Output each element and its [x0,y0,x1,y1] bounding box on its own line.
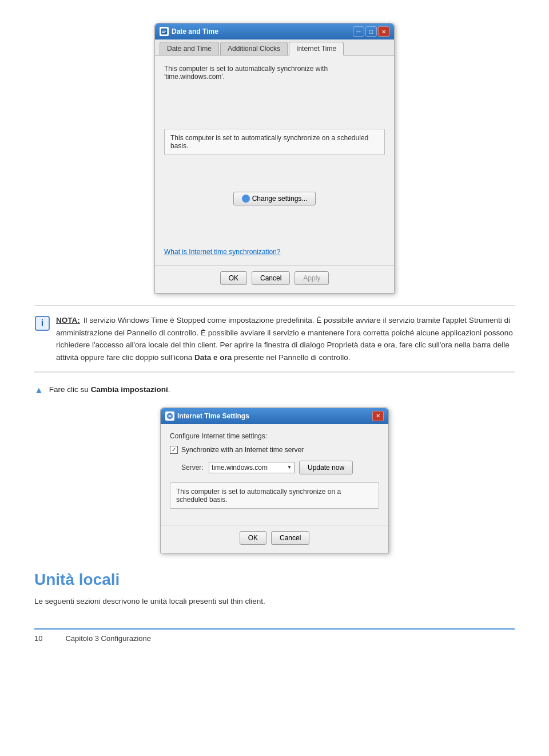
section-heading: Unità locali [34,571,515,591]
titlebar-controls: ─ □ ✕ [353,26,389,37]
sync-checkbox[interactable]: ✓ [170,446,178,454]
footer-page-number: 10 [34,634,42,643]
sync-checkbox-row: ✓ Synchronize with an Internet time serv… [170,446,379,454]
footer-chapter: Capitolo 3 Configurazione [65,634,151,643]
dialog-footer: OK Cancel Apply [155,265,394,293]
inet-titlebar-controls: ✕ [372,411,384,421]
svg-rect-3 [162,32,165,33]
svg-rect-1 [162,30,166,30]
dialog-icon [160,27,169,36]
inet-info-box: This computer is set to automatically sy… [170,482,379,509]
minimize-btn[interactable]: ─ [353,26,364,37]
step-section: ▲ Fare clic su Cambia impostazioni. [34,384,515,395]
change-settings-button[interactable]: Change settings... [233,192,316,205]
inet-dialog-icon [165,411,174,421]
inet-dialog-titlebar: Internet Time Settings ✕ [161,408,388,424]
page-footer: 10 Capitolo 3 Configurazione [34,628,515,643]
inet-ok-button[interactable]: OK [240,531,266,545]
apply-button[interactable]: Apply [295,271,329,285]
inet-dialog-title: Internet Time Settings [177,412,249,420]
section-description: Le seguenti sezioni descrivono le unità … [34,597,515,605]
sync-text2: This computer is set to automatically sy… [164,129,385,155]
maximize-btn[interactable]: □ [365,26,377,37]
ok-button[interactable]: OK [220,271,247,285]
sync-checkbox-label: Synchronize with an Internet time server [181,446,304,454]
inet-dialog-footer: OK Cancel [161,525,388,553]
configure-label: Configure Internet time settings: [170,432,379,440]
server-row: Server: time.windows.com ▼ Update now [181,461,379,474]
inet-close-btn[interactable]: ✕ [372,411,384,421]
dialog-tabs: Date and Time Additional Clocks Internet… [155,39,394,56]
server-label: Server: [181,464,204,472]
step-text: Fare clic su Cambia impostazioni. [49,384,170,395]
inet-sync-link[interactable]: What is Internet time synchronization? [164,248,280,256]
inet-cancel-button[interactable]: Cancel [271,531,309,545]
step-icon: ▲ [34,385,43,395]
svg-rect-2 [162,31,166,31]
note-label: NOTA: [56,316,80,324]
dialog-title: Date and Time [172,27,218,35]
note-section: i NOTA:Il servizio Windows Time è Stoppe… [34,305,515,373]
settings-icon [242,195,250,203]
note-content: NOTA:Il servizio Windows Time è Stopped … [56,314,515,363]
sync-text1: This computer is set to automatically sy… [164,65,385,81]
note-icon: i [34,315,50,331]
cancel-button[interactable]: Cancel [252,271,290,285]
dialog-titlebar: Date and Time ─ □ ✕ [155,23,394,39]
svg-text:i: i [41,318,43,328]
close-btn[interactable]: ✕ [378,26,389,37]
tab-date-and-time[interactable]: Date and Time [160,42,219,55]
dropdown-arrow-icon: ▼ [287,465,292,470]
tab-internet-time[interactable]: Internet Time [289,42,344,56]
server-dropdown[interactable]: time.windows.com ▼ [209,462,295,473]
update-now-button[interactable]: Update now [299,461,353,474]
tab-additional-clocks[interactable]: Additional Clocks [220,42,288,55]
